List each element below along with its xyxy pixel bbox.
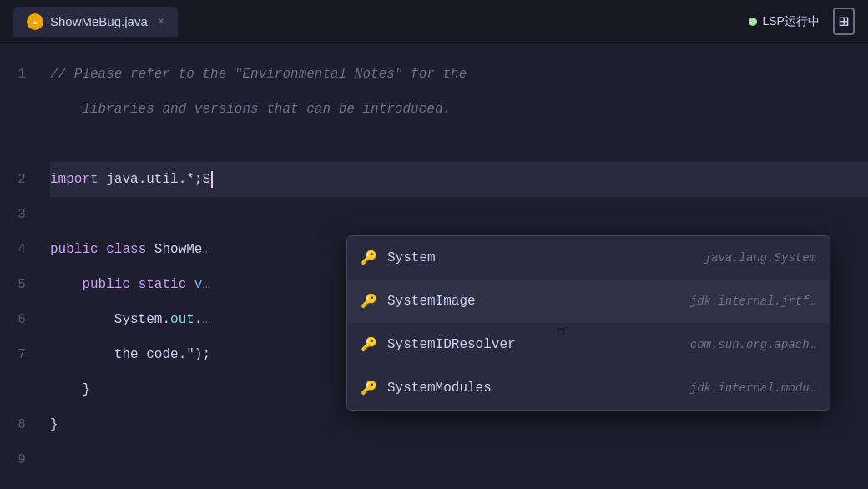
line-number-8: 6 — [0, 302, 43, 337]
sysout-truncated: … — [202, 302, 210, 337]
layout-toggle-button[interactable]: ⊞ — [833, 8, 855, 35]
lsp-status-dot — [749, 18, 757, 26]
title-bar: ☕ ShowMeBug.java × LSP运行中 ⊞ — [0, 0, 868, 43]
autocomplete-item-1[interactable]: 🔑 SystemImage jdk.internal.jrtf… — [347, 280, 830, 323]
code-line-4 — [50, 197, 868, 232]
import-s: S — [202, 162, 210, 197]
autocomplete-detail-3: jdk.internal.modu… — [690, 381, 816, 395]
code-line-9: } — [50, 407, 868, 442]
autocomplete-detail-2: com.sun.org.apach… — [690, 338, 816, 351]
paren-semi: ); — [194, 337, 210, 372]
the-code: the code." — [114, 337, 194, 372]
indent-1 — [50, 267, 82, 302]
close-brace-outer: } — [50, 407, 58, 442]
indent-3 — [50, 337, 114, 372]
line-number-1: 1 — [0, 57, 43, 92]
java-icon: ☕ — [27, 13, 43, 30]
line-number-7: 5 — [0, 267, 43, 302]
autocomplete-item-0[interactable]: 🔑 System java.lang.System — [347, 236, 830, 280]
keyword-void: v — [194, 267, 203, 302]
line-number-9: 7 — [0, 337, 43, 372]
text-cursor — [211, 171, 213, 188]
autocomplete-name-3: SystemModules — [387, 381, 680, 396]
dot-2: . — [194, 302, 203, 337]
autocomplete-icon-2: 🔑 — [361, 336, 377, 353]
autocomplete-icon-0: 🔑 — [361, 250, 377, 266]
tab-close-button[interactable]: × — [158, 15, 164, 28]
code-line-3: import java.util.*;S — [50, 162, 868, 197]
autocomplete-name-2: SystemIDResolver — [387, 337, 680, 352]
out-method: out — [170, 302, 194, 337]
keyword-public-1: public — [50, 232, 106, 267]
close-brace-inner: } — [82, 372, 90, 407]
comment-text-1: // Please refer to the "Environmental No… — [50, 57, 467, 92]
tab-filename: ShowMeBug.java — [50, 14, 148, 28]
indent-2 — [50, 302, 114, 337]
code-line-2 — [50, 127, 868, 162]
autocomplete-icon-3: 🔑 — [361, 380, 377, 396]
autocomplete-name-1: SystemImage — [387, 294, 680, 309]
line-number-2 — [0, 92, 43, 127]
line-number-3 — [0, 127, 43, 162]
method-truncated: … — [202, 267, 210, 302]
code-line-1b: libraries and versions that can be intro… — [50, 92, 868, 127]
dot-1: . — [162, 302, 170, 337]
autocomplete-icon-1: 🔑 — [361, 293, 377, 310]
line-numbers: 1 2 3 4 5 6 7 8 9 — [0, 43, 43, 489]
keyword-public-2: public — [82, 267, 138, 302]
autocomplete-name-0: System — [387, 250, 694, 265]
autocomplete-detail-1: jdk.internal.jrtf… — [690, 295, 816, 308]
header-right: LSP运行中 ⊞ — [749, 8, 855, 35]
line-number-5: 3 — [0, 197, 43, 232]
editor-area: 1 2 3 4 5 6 7 8 9 // Please refer to the… — [0, 43, 868, 489]
autocomplete-item-3[interactable]: 🔑 SystemModules jdk.internal.modu… — [347, 366, 830, 410]
autocomplete-item-2[interactable]: 🔑 SystemIDResolver com.sun.org.apach… — [347, 323, 830, 366]
keyword-static: static — [139, 267, 194, 302]
keyword-class: class — [106, 232, 154, 267]
class-name: ShowMe — [154, 232, 203, 267]
class-truncated: … — [202, 232, 210, 267]
file-tab[interactable]: ☕ ShowMeBug.java × — [13, 7, 178, 37]
indent-4 — [50, 372, 82, 407]
line-number-12: 9 — [0, 442, 43, 477]
system-out-print-1: System — [114, 302, 163, 337]
autocomplete-detail-0: java.lang.System — [704, 251, 816, 265]
comment-text-1b: libraries and versions that can be intro… — [50, 92, 451, 127]
autocomplete-dropdown: 🔑 System java.lang.System 🔑 SystemImage … — [346, 235, 830, 411]
tab-area: ☕ ShowMeBug.java × — [13, 7, 178, 37]
line-number-6: 4 — [0, 232, 43, 267]
code-line-1: // Please refer to the "Environmental No… — [50, 57, 868, 92]
line-number-4: 2 — [0, 162, 43, 197]
lsp-status: LSP运行中 — [749, 14, 819, 29]
import-keyword: import — [50, 162, 106, 197]
line-number-10 — [0, 372, 43, 407]
lsp-status-label: LSP运行中 — [762, 14, 819, 29]
import-path: java.util.*; — [106, 162, 202, 197]
line-number-11: 8 — [0, 407, 43, 442]
